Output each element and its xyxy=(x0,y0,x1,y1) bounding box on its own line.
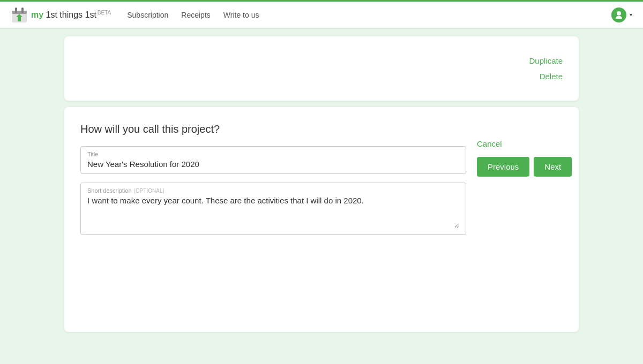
svg-rect-3 xyxy=(21,7,24,13)
description-textarea[interactable]: I want to make every year count. These a… xyxy=(87,196,459,228)
duplicate-link[interactable]: Duplicate xyxy=(529,56,563,65)
nav-receipts[interactable]: Receipts xyxy=(181,11,210,19)
form-right: Cancel Previous Next xyxy=(477,123,563,310)
nav-links: Subscription Receipts Write to us xyxy=(127,11,611,19)
svg-rect-2 xyxy=(15,7,17,13)
title-field-group: Title xyxy=(80,146,466,174)
next-button[interactable]: Next xyxy=(534,157,572,177)
nav-right: ▾ xyxy=(611,7,632,22)
avatar[interactable] xyxy=(611,7,626,22)
description-field-group: Short description(OPTIONAL) I want to ma… xyxy=(80,183,466,235)
navbar: my 1st things 1stBETA Subscription Recei… xyxy=(0,0,643,28)
title-input[interactable] xyxy=(87,160,459,169)
user-icon xyxy=(615,11,623,19)
main-content: Duplicate Delete How will you call this … xyxy=(0,36,643,332)
optional-badge: (OPTIONAL) xyxy=(134,188,165,194)
logo-icon xyxy=(11,6,28,24)
title-input-wrapper: Title xyxy=(80,146,466,174)
title-label: Title xyxy=(87,151,459,157)
btn-row: Previous Next xyxy=(477,157,572,177)
nav-subscription[interactable]: Subscription xyxy=(127,11,168,19)
description-label: Short description(OPTIONAL) xyxy=(87,187,459,194)
form-question: How will you call this project? xyxy=(80,123,466,135)
description-input-wrapper: Short description(OPTIONAL) I want to ma… xyxy=(80,183,466,235)
brand-prefix: my xyxy=(31,10,46,19)
nav-write-to-us[interactable]: Write to us xyxy=(223,11,259,19)
form-card: How will you call this project? Title Sh… xyxy=(64,107,579,332)
delete-link[interactable]: Delete xyxy=(540,72,563,81)
svg-rect-5 xyxy=(18,17,21,21)
cancel-link[interactable]: Cancel xyxy=(477,139,502,148)
svg-point-6 xyxy=(617,11,621,16)
form-left: How will you call this project? Title Sh… xyxy=(80,123,466,310)
card-container: Duplicate Delete How will you call this … xyxy=(32,36,611,332)
brand-name: 1st things 1st xyxy=(46,10,96,19)
brand-beta: BETA xyxy=(98,10,111,16)
brand: my 1st things 1stBETA xyxy=(11,6,111,24)
top-card: Duplicate Delete xyxy=(64,36,579,101)
user-dropdown-icon[interactable]: ▾ xyxy=(630,12,632,18)
previous-button[interactable]: Previous xyxy=(477,157,529,177)
svg-rect-1 xyxy=(12,11,27,14)
